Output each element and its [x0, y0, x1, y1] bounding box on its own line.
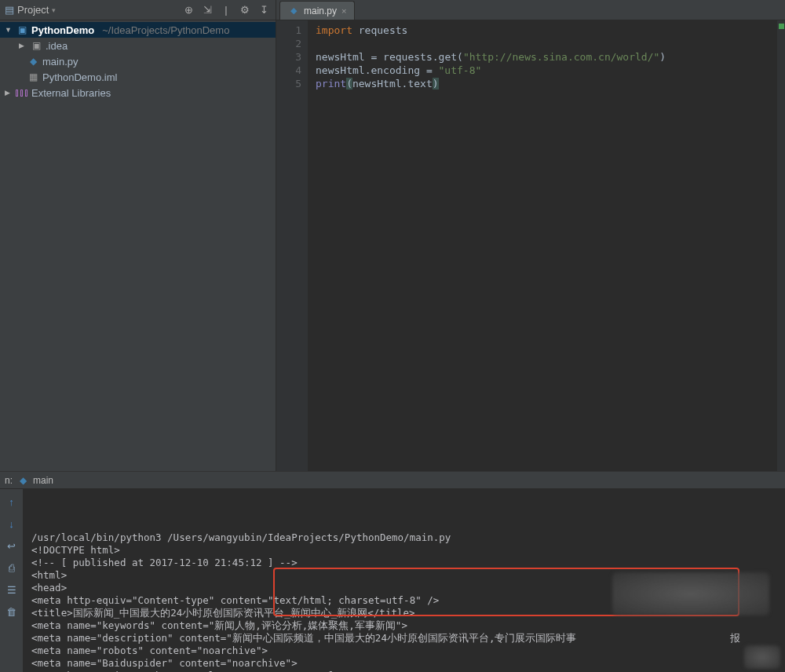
console-output[interactable]: /usr/local/bin/python3 /Users/wangyubin/… — [24, 489, 785, 672]
tree-item-external-libs[interactable]: ▶ ⫿⫿⫿ External Libraries — [0, 85, 276, 100]
folder-icon: ▣ — [16, 24, 28, 36]
close-icon[interactable]: × — [341, 6, 346, 16]
folder-icon: ▣ — [30, 39, 42, 52]
python-file-icon: ◆ — [17, 475, 28, 486]
libraries-icon: ⫿⫿⫿ — [16, 86, 28, 99]
gear-icon[interactable]: ⚙ — [238, 3, 252, 17]
print-icon[interactable]: ⎙ — [4, 560, 20, 575]
run-panel: n: ◆ main ↑ ↓ ↩ ⎙ ☰ 🗑 /usr/local/bin/pyt… — [0, 471, 785, 672]
project-panel: ▤ Project ▾ ⊕ ⇲ | ⚙ ↧ ▼ ▣ PythonDemo ~/I… — [0, 0, 276, 471]
run-panel-header[interactable]: n: ◆ main — [0, 472, 785, 489]
run-toolbar: ↑ ↓ ↩ ⎙ ☰ 🗑 — [0, 489, 24, 672]
editor-tabbar: ◆ main.py × — [276, 0, 785, 20]
up-arrow-icon[interactable]: ↑ — [4, 494, 20, 509]
code-content[interactable]: import requestsnewsHtml = requests.get("… — [308, 20, 785, 471]
status-ok-marker — [779, 24, 784, 29]
wrap-icon[interactable]: ↩ — [4, 538, 20, 553]
tree-root[interactable]: ▼ ▣ PythonDemo ~/IdeaProjects/PythonDemo — [0, 22, 276, 38]
settings-arrow-icon[interactable]: ↧ — [257, 3, 271, 17]
filter-icon[interactable]: ☰ — [4, 582, 20, 597]
project-panel-title[interactable]: ▤ Project ▾ — [5, 4, 56, 16]
down-arrow-icon[interactable]: ↓ — [4, 516, 20, 531]
editor-gutter: 1 2 3 4 5 — [276, 20, 308, 471]
tree-item-mainpy[interactable]: ◆ main.py — [0, 53, 276, 69]
code-editor[interactable]: 1 2 3 4 5 import requestsnewsHtml = requ… — [276, 20, 785, 471]
tab-mainpy[interactable]: ◆ main.py × — [279, 1, 355, 20]
tree-item-iml[interactable]: ▦ PythonDemo.iml — [0, 69, 276, 85]
run-title-prefix: n: — [5, 475, 13, 486]
tree-item-idea[interactable]: ▶ ▣ .idea — [0, 38, 276, 53]
python-file-icon: ◆ — [288, 5, 299, 16]
vbar-icon: | — [219, 3, 233, 17]
editor-area: ◆ main.py × 1 2 3 4 5 import requestsnew… — [276, 0, 785, 471]
project-panel-header: ▤ Project ▾ ⊕ ⇲ | ⚙ ↧ — [0, 0, 276, 20]
project-tree[interactable]: ▼ ▣ PythonDemo ~/IdeaProjects/PythonDemo… — [0, 20, 276, 471]
target-icon[interactable]: ⊕ — [181, 3, 195, 17]
editor-marker-bar[interactable] — [777, 20, 785, 471]
collapse-icon[interactable]: ⇲ — [200, 3, 214, 17]
iml-file-icon: ▦ — [27, 71, 39, 83]
tab-label: main.py — [304, 5, 337, 16]
python-file-icon: ◆ — [27, 55, 39, 68]
trash-icon[interactable]: 🗑 — [4, 604, 20, 619]
run-config-title: main — [33, 475, 53, 486]
